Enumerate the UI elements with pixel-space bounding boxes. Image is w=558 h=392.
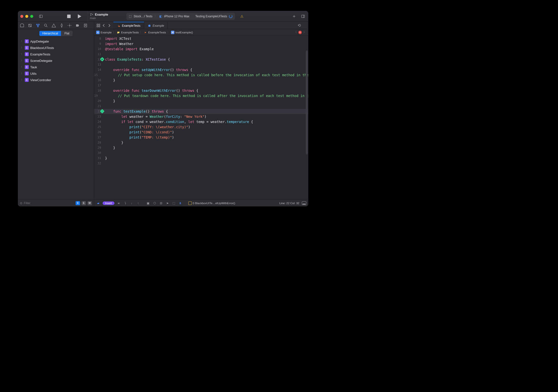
editor-scrollbar[interactable] xyxy=(306,50,308,154)
code-line[interactable]: 14 override func setUpWithError() throws… xyxy=(94,67,308,73)
nav-back-icon[interactable] xyxy=(102,23,106,28)
line-number: 28 xyxy=(94,140,104,145)
symbol-node[interactable]: 〉CSceneDelegate xyxy=(19,57,93,64)
symbol-node[interactable]: 〉CExampleTests xyxy=(19,51,93,57)
code-line[interactable]: 13 xyxy=(94,62,308,67)
code-line[interactable]: 27 print("TEMP: \(temp)") xyxy=(94,135,308,140)
flat-mode-button[interactable]: Flat xyxy=(61,31,73,36)
code-line[interactable]: 32 xyxy=(94,161,308,166)
next-issue-icon[interactable]: 〉 xyxy=(303,30,306,34)
step-out-icon[interactable]: ↑ xyxy=(136,201,140,205)
continue-icon[interactable]: ⏯ xyxy=(117,201,121,205)
symbol-nav-icon[interactable] xyxy=(36,23,40,28)
code-line[interactable]: 26 print("COND: \(cond)") xyxy=(94,130,308,135)
code-line[interactable]: 20 } xyxy=(94,98,308,104)
location-icon[interactable]: ➤ xyxy=(166,201,169,205)
debug-nav-icon[interactable] xyxy=(67,23,72,28)
code-line[interactable]: 31} xyxy=(94,156,308,161)
find-nav-icon[interactable] xyxy=(44,23,48,28)
code-line[interactable]: 19 // Put teardown code here. This metho… xyxy=(94,93,308,98)
symbol-label: Tauk xyxy=(30,65,37,69)
debug-view-icon[interactable]: ▣ xyxy=(146,201,150,205)
symbol-crumb[interactable]: testExample() xyxy=(175,31,193,34)
code-line[interactable]: 11 xyxy=(94,52,308,57)
symbol-node[interactable]: 〉CViewController xyxy=(19,77,93,83)
code-line[interactable]: 18 override func tearDownWithError() thr… xyxy=(94,88,308,93)
thread-pause-icon[interactable]: ⏸ xyxy=(178,201,182,205)
filter-input[interactable] xyxy=(24,201,74,205)
code-line[interactable]: 9import Weather xyxy=(94,41,308,47)
svg-point-5 xyxy=(90,15,91,16)
code-line[interactable]: 24 if let cond = weather.condition, let … xyxy=(94,119,308,124)
zoom-window-button[interactable] xyxy=(30,15,33,18)
symbol-label: ViewController xyxy=(30,78,51,82)
symbol-node[interactable]: 〉CUtils xyxy=(19,70,93,77)
library-icon[interactable] xyxy=(300,14,306,19)
editor-tab[interactable]: Example xyxy=(144,22,168,29)
hierarchical-mode-button[interactable]: Hierarchical xyxy=(39,31,61,36)
branch-name[interactable]: main xyxy=(90,17,108,20)
report-nav-icon[interactable] xyxy=(83,23,88,28)
code-line[interactable]: 12class ExampleTests: XCTestCase { xyxy=(94,57,308,62)
close-window-button[interactable] xyxy=(20,15,23,18)
prev-issue-icon[interactable]: 〈 xyxy=(294,30,297,34)
scheme-target: Stock…l Tests xyxy=(134,15,152,18)
source-control-nav-icon[interactable] xyxy=(28,23,32,28)
svg-point-15 xyxy=(37,26,39,27)
code-line[interactable]: 22 func testExample() throws { xyxy=(94,109,308,114)
svg-rect-28 xyxy=(148,25,150,27)
code-line[interactable]: 30 xyxy=(94,150,308,156)
extension-filter-chip[interactable]: E xyxy=(82,201,86,205)
toggle-debug-area-icon[interactable] xyxy=(302,201,306,205)
project-crumb[interactable]: Example xyxy=(101,31,112,34)
symbol-node[interactable]: 〉CBlackboxUITests xyxy=(19,45,93,51)
code-line[interactable]: 25 print("CITY: \(weather.city)") xyxy=(94,124,308,130)
error-badge-icon[interactable]: ✕ xyxy=(298,31,302,34)
toggle-sidebar-icon[interactable] xyxy=(38,14,44,19)
code-line[interactable]: 16 } xyxy=(94,78,308,83)
test-nav-icon[interactable] xyxy=(59,23,64,28)
issue-nav-icon[interactable] xyxy=(52,23,56,28)
symbol-node[interactable]: 〉CAppDelegate xyxy=(19,38,93,45)
step-over-icon[interactable]: ⤵ xyxy=(123,201,127,205)
svg-rect-9 xyxy=(302,15,305,18)
minimize-window-button[interactable] xyxy=(25,15,28,18)
add-icon[interactable] xyxy=(291,14,297,19)
editor-tab[interactable]: ExampleTests xyxy=(113,22,144,29)
activity-status[interactable]: ⬚ Stock…l Tests 〉 ◧ iPhone 12 Pro Max Te… xyxy=(126,13,235,20)
code-line[interactable]: 8import XCTest xyxy=(94,36,308,41)
class-filter-chip[interactable]: C xyxy=(76,201,80,205)
code-line[interactable]: 15 // Put setup code here. This method i… xyxy=(94,73,308,78)
env-overrides-icon[interactable]: ⊟ xyxy=(159,201,163,205)
code-line[interactable]: 23 let weather = Weather(forCity: "New Y… xyxy=(94,114,308,119)
code-line[interactable]: 29 } xyxy=(94,145,308,150)
stop-button[interactable] xyxy=(65,13,72,19)
traffic-lights xyxy=(20,15,33,18)
code-line[interactable]: 17 xyxy=(94,83,308,88)
class-icon: C xyxy=(25,72,29,75)
nav-forward-icon[interactable] xyxy=(107,23,112,28)
reload-icon[interactable]: ⟲ xyxy=(298,23,301,28)
breakpoint-toggle-icon[interactable]: ▰ xyxy=(96,201,100,205)
step-into-icon[interactable]: ↓ xyxy=(130,201,134,205)
project-nav-icon[interactable] xyxy=(20,23,24,28)
method-filter-chip[interactable]: M xyxy=(87,201,92,205)
jump-bar[interactable]: A Example 〉 📁 ExampleTests 〉 ➤ ExampleTe… xyxy=(94,29,308,36)
code-editor[interactable]: 8import XCTest9import Weather10@testable… xyxy=(94,36,308,199)
code-line[interactable]: 10@testable import Example xyxy=(94,47,308,52)
breakpoint-context[interactable]: 0 BlackboxUITe…etUpWithError() xyxy=(188,201,235,205)
run-button[interactable] xyxy=(76,13,83,19)
thread-icon[interactable]: ⬚ xyxy=(172,201,176,205)
symbol-node[interactable]: 〉CTauk xyxy=(19,64,93,70)
related-items-icon[interactable] xyxy=(96,23,101,28)
file-crumb[interactable]: ExampleTests xyxy=(148,31,166,34)
group-crumb[interactable]: ExampleTests xyxy=(121,31,139,34)
code-line[interactable]: 28 } xyxy=(94,140,308,145)
line-number: 31 xyxy=(94,156,104,161)
memory-graph-icon[interactable]: ⬡ xyxy=(153,201,157,205)
project-name[interactable]: Example xyxy=(95,13,108,16)
warning-icon[interactable]: ⚠︎ xyxy=(240,14,244,18)
code-line[interactable]: 21 xyxy=(94,104,308,109)
breakpoint-nav-icon[interactable] xyxy=(75,23,80,28)
svg-rect-2 xyxy=(67,15,71,18)
